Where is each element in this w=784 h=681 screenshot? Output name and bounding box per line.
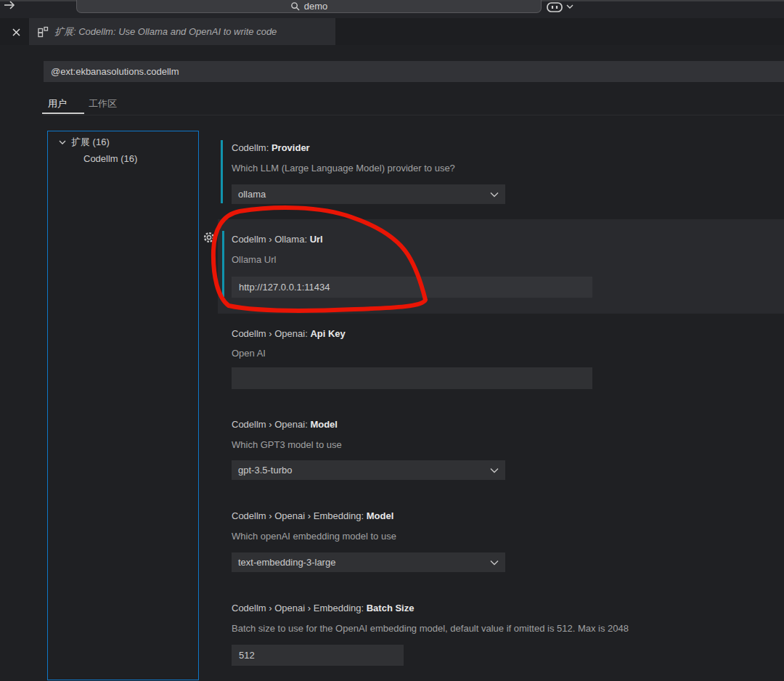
setting-description: Ollama Url	[232, 254, 276, 265]
command-center-query: demo	[304, 1, 328, 12]
tab-title: 扩展: Codellm: Use Ollama and OpenAI to wr…	[54, 25, 277, 38]
setting-title-openai-model: Codellm › Openai: Model	[232, 419, 338, 430]
ollama-url-input[interactable]	[232, 277, 592, 298]
setting-description: Batch size to use for the OpenAI embeddi…	[232, 623, 629, 634]
provider-select[interactable]: ollama	[232, 184, 505, 204]
tab-workspace[interactable]: 工作区	[89, 97, 117, 110]
tab-user[interactable]: 用户	[48, 97, 67, 110]
toc-item-label: 扩展 (16)	[71, 136, 110, 149]
extensions-icon	[37, 26, 49, 38]
setting-description: Which GPT3 model to use	[232, 439, 342, 450]
chevron-down-icon	[490, 468, 499, 473]
embedding-model-select[interactable]: text-embedding-3-large	[232, 552, 505, 572]
copilot-menu-button[interactable]	[546, 0, 581, 14]
toc-item-codellm[interactable]: Codellm (16)	[83, 153, 137, 164]
setting-description: Which openAI embedding model to use	[232, 531, 396, 542]
chevron-down-icon	[59, 139, 66, 145]
toc-item-extensions[interactable]: 扩展 (16)	[59, 136, 110, 149]
chevron-down-icon	[490, 560, 499, 566]
setting-description: Which LLM (Large Language Model) provide…	[232, 163, 455, 174]
setting-description: Open AI	[232, 348, 266, 359]
embedding-batch-size-input[interactable]	[232, 645, 404, 666]
settings-toc: 扩展 (16) Codellm (16)	[47, 131, 199, 680]
close-icon[interactable]	[8, 24, 24, 40]
setting-title-openai-api-key: Codellm › Openai: Api Key	[232, 328, 346, 339]
setting-title-ollama-url: Codellm › Ollama: Url	[232, 234, 323, 245]
setting-title-provider: Codellm: Provider	[232, 142, 310, 153]
search-icon	[290, 1, 300, 11]
tab-settings-editor[interactable]: 扩展: Codellm: Use Ollama and OpenAI to wr…	[29, 18, 335, 45]
settings-header-border	[44, 115, 784, 115]
gear-icon[interactable]	[203, 231, 216, 244]
command-center-search[interactable]: demo	[76, 0, 542, 13]
modified-indicator	[221, 140, 223, 203]
vscode-settings-window: demo 扩展: Codellm: Use Ollama and Ope	[0, 0, 784, 681]
setting-title-embedding-batch-size: Codellm › Openai › Embedding: Batch Size	[232, 603, 414, 613]
chevron-down-icon	[490, 192, 499, 197]
openai-model-select[interactable]: gpt-3.5-turbo	[232, 460, 505, 480]
copilot-icon	[546, 1, 564, 13]
chevron-down-icon	[566, 4, 573, 9]
active-tab-underline	[42, 113, 84, 114]
openai-api-key-input[interactable]	[232, 367, 592, 389]
settings-search-input[interactable]	[44, 61, 784, 82]
forward-arrow-icon[interactable]	[3, 0, 16, 11]
setting-title-embedding-model: Codellm › Openai › Embedding: Model	[232, 510, 393, 521]
modified-indicator	[222, 231, 224, 297]
